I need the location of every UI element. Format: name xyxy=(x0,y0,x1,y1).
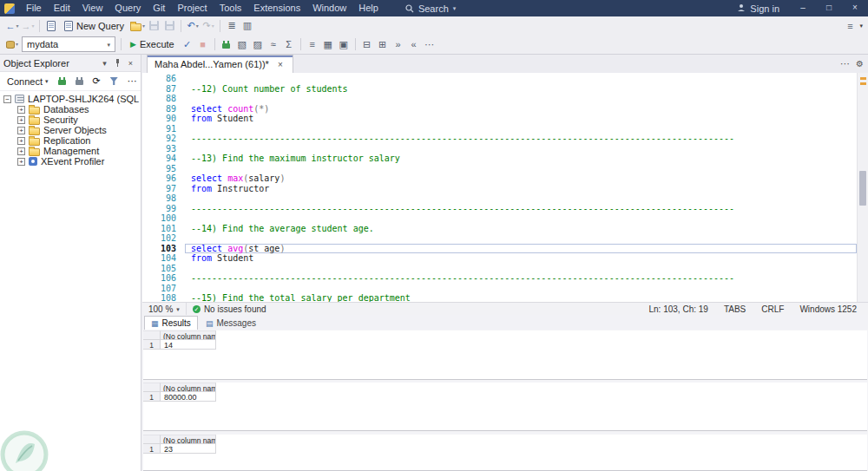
filter-icon[interactable] xyxy=(107,74,122,89)
grid-value-cell[interactable]: 14 xyxy=(161,340,216,350)
connect-server-icon[interactable] xyxy=(55,74,69,89)
expand-icon[interactable]: + xyxy=(17,106,25,114)
client-stats-icon[interactable]: Σ xyxy=(281,36,297,52)
close-button[interactable]: × xyxy=(842,0,868,16)
sign-in-button[interactable]: Sign in xyxy=(727,0,790,16)
grid-corner-cell[interactable] xyxy=(143,383,161,392)
grid-column-header[interactable]: (No column name) xyxy=(161,435,216,444)
code-line-107[interactable]: 107 xyxy=(142,284,857,294)
results-tab-results[interactable]: ▦Results xyxy=(144,316,198,330)
grid-value-cell[interactable]: 80000.00 xyxy=(161,392,216,402)
document-tab[interactable]: Maha Abdel...Yamen (61))* × xyxy=(147,55,293,73)
results-to-file-icon[interactable]: ▣ xyxy=(336,36,352,52)
maximize-button[interactable]: □ xyxy=(816,0,842,16)
code-line-99[interactable]: 99--------------------------------------… xyxy=(142,204,857,214)
results-to-text-icon[interactable]: ≡ xyxy=(305,36,320,52)
code-line-94[interactable]: 94--13) Find the maximum instructor sala… xyxy=(142,154,857,164)
database-context-icon[interactable]: ▾ xyxy=(4,36,20,52)
grid-row-header[interactable]: 1 xyxy=(143,392,161,402)
zoom-control[interactable]: 100 % ▾ xyxy=(142,303,187,316)
menu-file[interactable]: File xyxy=(20,0,48,16)
execute-button[interactable]: ▶ Execute xyxy=(125,36,180,53)
grid-row-header[interactable]: 1 xyxy=(143,444,161,454)
code-line-104[interactable]: 104from Student xyxy=(142,253,857,264)
tree-root-server[interactable]: −LAPTOP-SHLJK264 (SQL Server 16.0.1000 xyxy=(0,94,141,104)
scrollbar-thumb[interactable] xyxy=(859,171,866,206)
actual-plan-icon[interactable]: ▨ xyxy=(250,36,266,52)
menu-window[interactable]: Window xyxy=(306,0,352,16)
code-line-103[interactable]: 103select avg(st_age) xyxy=(142,244,857,254)
code-line-106[interactable]: 106-------------------------------------… xyxy=(142,273,857,284)
change-connection-icon[interactable] xyxy=(219,36,234,52)
new-file-icon[interactable] xyxy=(43,18,59,34)
comment-icon[interactable]: ⊟ xyxy=(359,36,375,52)
code-line-86[interactable]: 86 xyxy=(142,74,857,84)
menu-project[interactable]: Project xyxy=(171,0,213,16)
code-line-102[interactable]: 102 xyxy=(142,233,857,244)
minimize-button[interactable]: – xyxy=(790,0,816,16)
generate-script-icon[interactable]: ≣ xyxy=(224,18,240,34)
menu-query[interactable]: Query xyxy=(108,0,147,16)
code-line-87[interactable]: 87--12) Count number of students xyxy=(142,84,857,95)
menu-git[interactable]: Git xyxy=(147,0,171,16)
menu-search[interactable]: Search ▾ xyxy=(398,0,463,16)
database-combobox[interactable]: mydata ▾ xyxy=(22,36,115,52)
code-line-89[interactable]: 89select count(*) xyxy=(142,104,857,114)
pin-icon[interactable] xyxy=(111,56,124,69)
live-query-stats-icon[interactable]: ≈ xyxy=(266,36,281,52)
sql-editor[interactable]: 8687--12) Count number of students8889se… xyxy=(142,73,868,302)
uncomment-icon[interactable]: ⊞ xyxy=(375,36,391,52)
grid-corner-cell[interactable] xyxy=(143,330,161,340)
panel-more-icon[interactable]: ⋯ xyxy=(124,74,141,89)
code-line-105[interactable]: 105 xyxy=(142,264,857,274)
code-line-95[interactable]: 95 xyxy=(142,164,857,174)
parse-query-button[interactable]: ✓ xyxy=(180,36,195,52)
code-line-108[interactable]: 108--15) Find the total salary per depar… xyxy=(142,293,857,302)
tree-item-databases[interactable]: +Databases xyxy=(0,104,141,114)
menu-extensions[interactable]: Extensions xyxy=(247,0,306,16)
tree-item-server-objects[interactable]: +Server Objects xyxy=(0,125,141,135)
tree-item-replication[interactable]: +Replication xyxy=(0,135,141,146)
redo-button[interactable]: ↷▾ xyxy=(201,18,216,34)
navigate-forward-button[interactable]: →▾ xyxy=(20,18,36,34)
code-line-88[interactable]: 88 xyxy=(142,94,857,104)
panel-close-icon[interactable]: × xyxy=(124,56,137,69)
indent-icon[interactable]: » xyxy=(391,36,406,52)
results-tab-messages[interactable]: ▤Messages xyxy=(199,316,263,330)
connect-button[interactable]: Connect ▾ xyxy=(3,74,52,89)
cancel-query-button[interactable]: ■ xyxy=(195,36,211,52)
toolbar-more-icon[interactable]: ⋯ xyxy=(422,36,437,52)
panel-chevron-down-icon[interactable]: ▾ xyxy=(98,56,111,69)
app-icon[interactable] xyxy=(4,3,15,14)
expand-icon[interactable]: + xyxy=(17,137,25,145)
expand-icon[interactable]: + xyxy=(17,127,25,134)
results-to-grid-icon[interactable]: ▦ xyxy=(320,36,336,52)
grid-corner-cell[interactable] xyxy=(143,435,161,444)
outdent-icon[interactable]: « xyxy=(406,36,422,52)
disconnect-server-icon[interactable] xyxy=(72,74,87,89)
tree-item-management[interactable]: +Management xyxy=(0,146,141,156)
grid-column-header[interactable]: (No column name) xyxy=(161,383,216,392)
collapse-icon[interactable]: − xyxy=(3,95,11,103)
code-line-91[interactable]: 91 xyxy=(142,124,857,134)
expand-icon[interactable]: + xyxy=(17,147,25,155)
tree-item-xevent-profiler[interactable]: +XEvent Profiler xyxy=(0,156,141,167)
menu-help[interactable]: Help xyxy=(352,0,385,16)
health-indicator[interactable]: ✓ No issues found xyxy=(187,304,273,314)
menu-view[interactable]: View xyxy=(76,0,109,16)
menu-tools[interactable]: Tools xyxy=(214,0,248,16)
toolbar-options[interactable]: ≡ ▾ xyxy=(842,16,863,35)
grid-value-cell[interactable]: 23 xyxy=(161,444,216,454)
expand-icon[interactable]: + xyxy=(17,158,25,166)
refresh-icon[interactable]: ⟳ xyxy=(89,74,104,89)
tab-list-more-icon[interactable]: ⋯ xyxy=(840,58,850,69)
code-line-100[interactable]: 100 xyxy=(142,213,857,224)
grid-column-header[interactable]: (No column name) xyxy=(161,330,216,340)
toolbar-overflow-icon[interactable]: ≡ xyxy=(842,18,858,34)
save-button[interactable] xyxy=(146,18,161,34)
estimated-plan-icon[interactable]: ▧ xyxy=(234,36,250,52)
code-line-90[interactable]: 90from Student xyxy=(142,114,857,124)
grid-row-header[interactable]: 1 xyxy=(143,340,161,350)
code-line-93[interactable]: 93 xyxy=(142,144,857,154)
navigate-back-button[interactable]: ←▾ xyxy=(4,18,20,34)
